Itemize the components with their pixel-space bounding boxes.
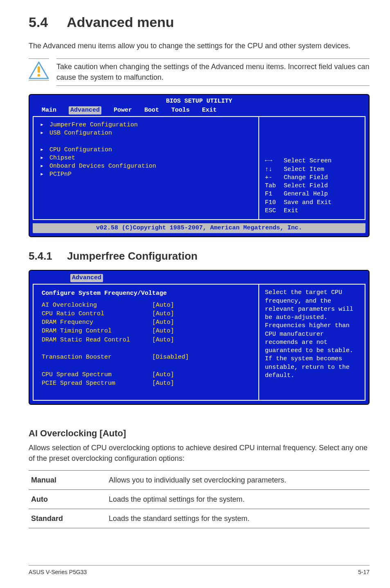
tab-exit[interactable]: Exit bbox=[202, 106, 217, 114]
tab-power[interactable]: Power bbox=[114, 106, 132, 114]
triangle-icon: ▸ bbox=[40, 171, 44, 179]
config-label[interactable]: DRAM Timing Control bbox=[42, 327, 152, 335]
triangle-icon: ▸ bbox=[40, 121, 44, 129]
config-value[interactable]: [Auto] bbox=[152, 336, 252, 344]
tab-advanced-2[interactable]: Advanced bbox=[70, 274, 103, 282]
caution-icon bbox=[29, 58, 49, 81]
config-value[interactable]: [Auto] bbox=[152, 379, 252, 388]
bios-help-pane: ←→Select Screen ↑↓Select Item +-Change F… bbox=[258, 117, 365, 219]
bios-menu-row: Main Advanced Power Boot Tools Exit bbox=[29, 105, 369, 116]
bios-left-pane: ▸JumperFree Configuration ▸USB Configura… bbox=[34, 117, 258, 219]
help-row: ESCExit bbox=[265, 207, 359, 215]
help-row: F1General Help bbox=[265, 190, 359, 198]
config-label[interactable]: DRAM Static Read Control bbox=[42, 336, 152, 344]
menu-item-pcipnp[interactable]: ▸PCIPnP bbox=[40, 171, 252, 179]
help-row: +-Change Field bbox=[265, 174, 359, 182]
menu-item-onboard[interactable]: ▸Onboard Devices Configuration bbox=[40, 162, 252, 171]
config-label[interactable]: CPU Spread Spectrum bbox=[42, 371, 152, 379]
config-value[interactable]: [Auto] bbox=[152, 371, 252, 379]
bios2-menu-row: Advanced bbox=[29, 273, 369, 284]
table-row: AutoLoads the optimal settings for the s… bbox=[29, 490, 370, 509]
config-value[interactable]: [Auto] bbox=[152, 327, 252, 335]
tab-main[interactable]: Main bbox=[42, 106, 56, 114]
help-row: ←→Select Screen bbox=[265, 157, 359, 165]
bios-detail-window: Advanced Configure System Frequency/Volt… bbox=[29, 270, 370, 405]
subsection-number: 5.4.1 bbox=[29, 250, 52, 262]
table-row: ManualAllows you to individually set ove… bbox=[29, 471, 370, 490]
option-name: Auto bbox=[29, 490, 106, 509]
svg-rect-1 bbox=[38, 66, 40, 73]
config-label[interactable]: DRAM Frequency bbox=[42, 319, 152, 327]
subsection-name: Jumperfree Configuration bbox=[67, 250, 197, 262]
config-label bbox=[42, 362, 152, 370]
help-row: TabSelect Field bbox=[265, 182, 359, 190]
config-label bbox=[42, 345, 152, 353]
options-table: ManualAllows you to individually set ove… bbox=[29, 470, 370, 528]
triangle-icon: ▸ bbox=[40, 154, 44, 162]
subsection-title: 5.4.1 Jumperfree Configuration bbox=[29, 249, 370, 264]
section-number: 5.4 bbox=[29, 14, 48, 30]
option-name: Standard bbox=[29, 509, 106, 528]
svg-point-2 bbox=[38, 74, 40, 77]
config-value[interactable]: [Auto] bbox=[152, 301, 252, 310]
section-name: Advanced menu bbox=[67, 14, 174, 30]
config-label[interactable]: PCIE Spread Spectrum bbox=[42, 379, 152, 388]
table-row: StandardLoads the standard settings for … bbox=[29, 509, 370, 528]
help-row: ↑↓Select Item bbox=[265, 166, 359, 174]
caution-block: Take caution when changing the settings … bbox=[29, 58, 370, 85]
footer-left: ASUS V-Series P5G33 bbox=[29, 568, 87, 576]
bios-main-window: BIOS SETUP UTILITY Main Advanced Power B… bbox=[29, 94, 370, 238]
menu-item-chipset[interactable]: ▸Chipset bbox=[40, 154, 252, 162]
menu-item-usb[interactable]: ▸USB Configuration bbox=[40, 129, 252, 137]
config-value[interactable]: [Auto] bbox=[152, 319, 252, 327]
menu-item-cpu[interactable]: ▸CPU Configuration bbox=[40, 146, 252, 154]
help-row: F10Save and Exit bbox=[265, 199, 359, 207]
config-value bbox=[152, 345, 252, 353]
option-desc: Loads the standard settings for the syst… bbox=[106, 509, 370, 528]
config-label[interactable]: AI Overclocking bbox=[42, 301, 152, 310]
tab-advanced[interactable]: Advanced bbox=[69, 106, 101, 114]
config-label[interactable]: CPU Ratio Control bbox=[42, 310, 152, 318]
section-title: 5.4 Advanced menu bbox=[29, 12, 370, 32]
footer-right: 5-17 bbox=[358, 568, 370, 576]
option-desc: Loads the optimal settings for the syste… bbox=[106, 490, 370, 509]
ai-overclocking-text: Allows selection of CPU overclocking opt… bbox=[29, 442, 370, 464]
caution-text: Take caution when changing the settings … bbox=[56, 58, 370, 85]
ai-overclocking-heading: AI Overclocking [Auto] bbox=[29, 427, 370, 440]
config-value[interactable]: [Auto] bbox=[152, 310, 252, 318]
bios2-left-pane: Configure System Frequency/Voltage AI Ov… bbox=[34, 285, 258, 400]
menu-item-jumperfree[interactable]: ▸JumperFree Configuration bbox=[40, 121, 252, 129]
config-heading: Configure System Frequency/Voltage bbox=[42, 290, 252, 298]
help-description: Select the target CPU frequency, and the… bbox=[265, 289, 359, 380]
section-intro: The Advanced menu items allow you to cha… bbox=[29, 40, 370, 51]
tab-tools[interactable]: Tools bbox=[171, 106, 190, 114]
page-footer: ASUS V-Series P5G33 5-17 bbox=[29, 565, 370, 576]
config-value bbox=[152, 362, 252, 370]
option-desc: Allows you to individually set overclock… bbox=[106, 471, 370, 490]
tab-boot[interactable]: Boot bbox=[144, 106, 159, 114]
bios2-help-pane: Select the target CPU frequency, and the… bbox=[258, 285, 365, 400]
triangle-icon: ▸ bbox=[40, 162, 44, 171]
config-value[interactable]: [Disabled] bbox=[152, 353, 252, 361]
option-name: Manual bbox=[29, 471, 106, 490]
triangle-icon: ▸ bbox=[40, 146, 44, 154]
config-label[interactable]: Transaction Booster bbox=[42, 353, 152, 361]
bios-footer: v02.58 (C)Copyright 1985-2007, American … bbox=[33, 223, 365, 233]
bios-title: BIOS SETUP UTILITY bbox=[29, 97, 369, 105]
triangle-icon: ▸ bbox=[40, 129, 44, 137]
